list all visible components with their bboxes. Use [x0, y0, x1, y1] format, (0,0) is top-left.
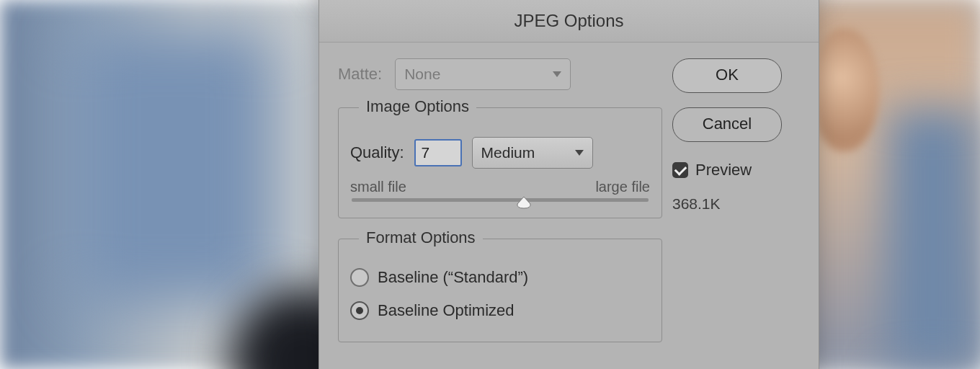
chevron-down-icon — [575, 150, 584, 156]
format-option-label: Baseline Optimized — [378, 301, 514, 320]
radio-icon — [350, 268, 369, 287]
radio-icon — [350, 301, 369, 320]
checkmark-icon — [674, 163, 687, 176]
matte-select-value: None — [404, 66, 440, 83]
filesize-readout: 368.1K — [672, 195, 795, 213]
quality-input[interactable] — [414, 139, 462, 166]
preview-checkbox-row[interactable]: Preview — [672, 161, 795, 179]
chevron-down-icon — [553, 71, 561, 77]
image-options-legend: Image Options — [359, 97, 476, 116]
format-option-optimized[interactable]: Baseline Optimized — [350, 301, 650, 320]
format-options-legend: Format Options — [359, 228, 483, 247]
quality-label: Quality: — [350, 143, 404, 162]
ok-button[interactable]: OK — [672, 58, 782, 93]
image-options-group: Image Options Quality: Medium small file… — [338, 107, 662, 218]
radio-dot-icon — [356, 307, 363, 314]
matte-label: Matte: — [338, 65, 382, 84]
checkbox-icon — [672, 162, 688, 178]
dialog-title: JPEG Options — [319, 0, 819, 43]
quality-preset-select[interactable]: Medium — [472, 137, 593, 169]
slider-thumb[interactable] — [515, 195, 533, 210]
quality-slider[interactable] — [352, 198, 649, 202]
slider-max-label: large file — [595, 179, 650, 195]
slider-min-label: small file — [350, 179, 406, 195]
cancel-button[interactable]: Cancel — [672, 107, 782, 142]
format-option-standard[interactable]: Baseline (“Standard”) — [350, 268, 650, 287]
format-option-label: Baseline (“Standard”) — [378, 268, 528, 287]
quality-preset-value: Medium — [481, 144, 535, 161]
format-options-group: Format Options Baseline (“Standard”) Bas… — [338, 239, 662, 342]
preview-label: Preview — [695, 161, 752, 179]
matte-select[interactable]: None — [395, 58, 571, 90]
jpeg-options-dialog: JPEG Options Matte: None Image Options Q… — [318, 0, 819, 369]
